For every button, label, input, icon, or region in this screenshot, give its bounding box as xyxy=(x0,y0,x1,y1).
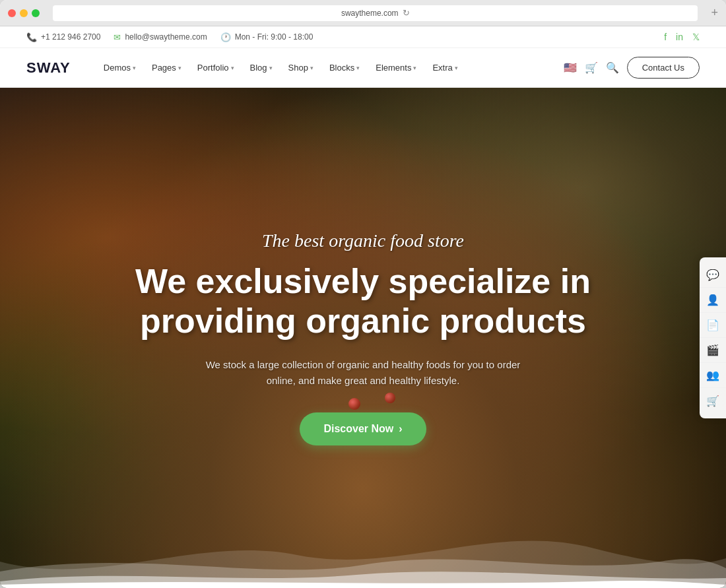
nav-label-shop: Shop xyxy=(288,63,308,73)
sidebar-users-icon[interactable]: 👥 xyxy=(700,363,726,388)
chevron-down-icon: ▾ xyxy=(269,65,273,71)
nav-label-pages: Pages xyxy=(152,63,176,73)
navbar: SWAY Demos ▾ Pages ▾ Portfolio ▾ Blog ▾ xyxy=(0,48,726,88)
hero-title: We exclusively specialize in providing o… xyxy=(125,262,601,341)
search-icon[interactable]: 🔍 xyxy=(606,61,619,74)
nav-label-elements: Elements xyxy=(376,63,411,73)
traffic-lights xyxy=(8,9,40,17)
nav-label-blocks: Blocks xyxy=(329,63,354,73)
nav-label-extra: Extra xyxy=(432,63,452,73)
chevron-down-icon: ▾ xyxy=(178,65,182,71)
social-links: f in 𝕏 xyxy=(664,32,700,42)
discover-btn-label: Discover Now xyxy=(323,423,393,435)
nav-label-demos: Demos xyxy=(104,63,131,73)
hero-section: The best organic food store We exclusive… xyxy=(0,88,726,588)
sidebar-panel: 💬 👤 📄 🎬 👥 🛒 xyxy=(700,257,726,418)
sidebar-comment-icon[interactable]: 💬 xyxy=(700,263,726,288)
email-info: ✉ hello@swaytheme.com xyxy=(114,32,207,42)
nav-item-demos[interactable]: Demos ▾ xyxy=(97,57,143,78)
sidebar-document-icon[interactable]: 📄 xyxy=(700,313,726,338)
contact-us-button[interactable]: Contact Us xyxy=(627,57,700,79)
close-button[interactable] xyxy=(8,9,16,17)
brand-logo[interactable]: SWAY xyxy=(26,59,71,77)
address-bar[interactable]: swaytheme.com ↻ xyxy=(53,5,698,21)
email-icon: ✉ xyxy=(114,32,121,42)
hero-description: We stock a large collection of organic a… xyxy=(191,357,535,389)
nav-item-shop[interactable]: Shop ▾ xyxy=(282,57,320,78)
minimize-button[interactable] xyxy=(20,9,28,17)
discover-btn-arrow: › xyxy=(399,423,402,435)
twitter-icon[interactable]: 𝕏 xyxy=(692,32,700,42)
nav-item-elements[interactable]: Elements ▾ xyxy=(369,57,423,78)
nav-item-extra[interactable]: Extra ▾ xyxy=(426,57,464,78)
clock-icon: 🕐 xyxy=(220,32,231,42)
business-hours: Mon - Fri: 9:00 - 18:00 xyxy=(235,32,314,42)
nav-label-blog: Blog xyxy=(250,63,267,73)
phone-number: +1 212 946 2700 xyxy=(41,32,100,42)
language-flag[interactable]: 🇺🇸 xyxy=(564,61,577,74)
chevron-down-icon: ▾ xyxy=(455,65,458,71)
url-text: swaytheme.com xyxy=(341,9,399,18)
phone-icon: 📞 xyxy=(26,32,37,42)
sidebar-cart-icon[interactable]: 🛒 xyxy=(700,388,726,413)
nav-right: 🇺🇸 🛒 🔍 Contact Us xyxy=(564,57,700,79)
top-bar: 📞 +1 212 946 2700 ✉ hello@swaytheme.com … xyxy=(0,26,726,48)
sidebar-video-icon[interactable]: 🎬 xyxy=(700,338,726,363)
browser-window: swaytheme.com ↻ + 📞 +1 212 946 2700 ✉ he… xyxy=(0,0,726,588)
phone-info: 📞 +1 212 946 2700 xyxy=(26,32,100,42)
maximize-button[interactable] xyxy=(32,9,40,17)
nav-item-blocks[interactable]: Blocks ▾ xyxy=(323,57,366,78)
website-content: 📞 +1 212 946 2700 ✉ hello@swaytheme.com … xyxy=(0,26,726,588)
sidebar-user-icon[interactable]: 👤 xyxy=(700,288,726,313)
cart-nav-icon[interactable]: 🛒 xyxy=(585,61,598,74)
wave-decoration xyxy=(0,509,726,588)
linkedin-icon[interactable]: in xyxy=(676,32,683,42)
chevron-down-icon: ▾ xyxy=(413,65,416,71)
nav-item-pages[interactable]: Pages ▾ xyxy=(145,57,188,78)
browser-chrome: swaytheme.com ↻ + xyxy=(0,0,726,26)
top-bar-left: 📞 +1 212 946 2700 ✉ hello@swaytheme.com … xyxy=(26,32,313,42)
facebook-icon[interactable]: f xyxy=(664,32,667,42)
chevron-down-icon: ▾ xyxy=(133,65,136,71)
email-address: hello@swaytheme.com xyxy=(125,32,207,42)
chevron-down-icon: ▾ xyxy=(310,65,314,71)
chevron-down-icon: ▾ xyxy=(356,65,360,71)
nav-item-blog[interactable]: Blog ▾ xyxy=(244,57,279,78)
nav-menu: Demos ▾ Pages ▾ Portfolio ▾ Blog ▾ Shop xyxy=(97,57,564,78)
chevron-down-icon: ▾ xyxy=(231,65,234,71)
nav-label-portfolio: Portfolio xyxy=(197,63,229,73)
hero-subtitle: The best organic food store xyxy=(262,230,464,251)
nav-item-portfolio[interactable]: Portfolio ▾ xyxy=(191,57,241,78)
refresh-icon[interactable]: ↻ xyxy=(403,8,410,18)
new-tab-button[interactable]: + xyxy=(711,6,718,20)
hours-info: 🕐 Mon - Fri: 9:00 - 18:00 xyxy=(220,32,314,42)
discover-now-button[interactable]: Discover Now › xyxy=(300,412,426,445)
